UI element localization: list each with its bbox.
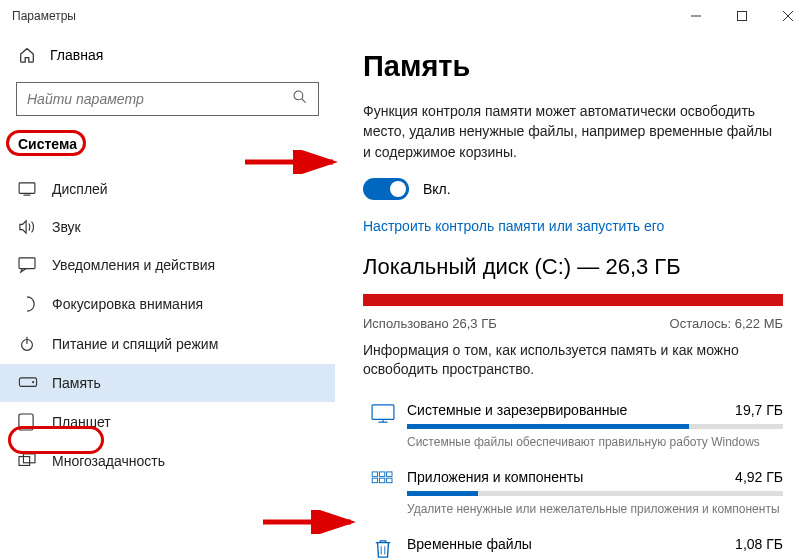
trash-icon xyxy=(363,538,403,558)
nav-label: Звук xyxy=(52,219,81,235)
disk-used: Использовано 26,3 ГБ xyxy=(363,316,497,331)
category-temp-files[interactable]: Временные файлы1,08 ГБ Выберите временны… xyxy=(363,532,783,558)
cat-size: 4,92 ГБ xyxy=(735,469,783,485)
cat-bar xyxy=(407,491,783,496)
cat-name: Временные файлы xyxy=(407,536,532,552)
nav-item-sound[interactable]: Звук xyxy=(0,208,335,246)
sidebar: Главная Система Дисплей Звук Уведомления… xyxy=(0,32,335,558)
power-icon xyxy=(18,335,38,353)
nav-item-power[interactable]: Питание и спящий режим xyxy=(0,324,335,364)
minimize-button[interactable] xyxy=(673,0,719,32)
nav-label: Уведомления и действия xyxy=(52,257,215,273)
svg-rect-6 xyxy=(19,183,35,194)
svg-point-12 xyxy=(32,381,34,383)
nav-label: Многозадачность xyxy=(52,453,165,469)
nav-label: Питание и спящий режим xyxy=(52,336,218,352)
system-icon xyxy=(363,404,403,424)
svg-rect-21 xyxy=(379,472,384,477)
svg-line-5 xyxy=(302,99,306,103)
cat-size: 19,7 ГБ xyxy=(735,402,783,418)
disk-title: Локальный диск (C:) — 26,3 ГБ xyxy=(363,254,783,280)
cat-name: Системные и зарезервированные xyxy=(407,402,627,418)
nav-item-notifications[interactable]: Уведомления и действия xyxy=(0,246,335,284)
toggle-label: Вкл. xyxy=(423,181,451,197)
svg-rect-23 xyxy=(372,478,377,483)
disk-usage-text: Использовано 26,3 ГБ Осталось: 6,22 МБ xyxy=(363,316,783,331)
storage-sense-description: Функция контроля памяти может автоматиче… xyxy=(363,101,783,162)
notifications-icon xyxy=(18,257,38,273)
nav-item-multitask[interactable]: Многозадачность xyxy=(0,442,335,480)
focus-icon xyxy=(18,295,38,313)
disk-usage-bar xyxy=(363,294,783,306)
home-icon xyxy=(18,46,38,64)
svg-rect-17 xyxy=(372,405,394,420)
svg-rect-8 xyxy=(19,258,35,269)
search-input[interactable] xyxy=(27,91,292,107)
svg-rect-25 xyxy=(387,478,392,483)
cat-bar xyxy=(407,424,783,429)
nav-label: Планшет xyxy=(52,414,111,430)
cat-name: Приложения и компоненты xyxy=(407,469,583,485)
multitask-icon xyxy=(18,453,38,469)
configure-storage-sense-link[interactable]: Настроить контроль памяти или запустить … xyxy=(363,218,783,234)
storage-sense-toggle[interactable] xyxy=(363,178,409,200)
nav-item-focus[interactable]: Фокусировка внимания xyxy=(0,284,335,324)
display-icon xyxy=(18,182,38,196)
nav-label: Память xyxy=(52,375,101,391)
home-button[interactable]: Главная xyxy=(0,40,335,74)
apps-icon xyxy=(363,471,403,489)
sound-icon xyxy=(18,219,38,235)
storage-icon xyxy=(18,377,38,389)
search-box[interactable] xyxy=(16,82,319,116)
tablet-icon xyxy=(18,413,38,431)
home-label: Главная xyxy=(50,47,103,63)
cat-sub: Удалите ненужные или нежелательные прило… xyxy=(407,502,783,516)
svg-rect-1 xyxy=(738,12,747,21)
nav-item-tablet[interactable]: Планшет xyxy=(0,402,335,442)
nav-item-storage[interactable]: Память xyxy=(0,364,335,402)
title-bar: Параметры xyxy=(0,0,811,32)
section-header-system: Система xyxy=(0,130,335,158)
category-system[interactable]: Системные и зарезервированные19,7 ГБ Сис… xyxy=(363,398,783,453)
svg-point-14 xyxy=(25,426,27,428)
svg-point-4 xyxy=(294,91,303,100)
usage-info: Информация о том, как используется памят… xyxy=(363,341,783,380)
nav-item-display[interactable]: Дисплей xyxy=(0,170,335,208)
svg-rect-24 xyxy=(379,478,384,483)
page-title: Память xyxy=(363,50,783,83)
category-apps[interactable]: Приложения и компоненты4,92 ГБ Удалите н… xyxy=(363,465,783,520)
main-panel: Память Функция контроля памяти может авт… xyxy=(335,32,811,558)
svg-rect-15 xyxy=(19,457,30,466)
search-icon xyxy=(292,89,308,109)
cat-sub: Системные файлы обеспечивают правильную … xyxy=(407,435,783,449)
close-button[interactable] xyxy=(765,0,811,32)
cat-size: 1,08 ГБ xyxy=(735,536,783,552)
nav-label: Дисплей xyxy=(52,181,108,197)
window-title: Параметры xyxy=(12,9,76,23)
svg-rect-20 xyxy=(372,472,377,477)
nav-label: Фокусировка внимания xyxy=(52,296,203,312)
disk-free: Осталось: 6,22 МБ xyxy=(670,316,783,331)
svg-rect-22 xyxy=(387,472,392,477)
maximize-button[interactable] xyxy=(719,0,765,32)
